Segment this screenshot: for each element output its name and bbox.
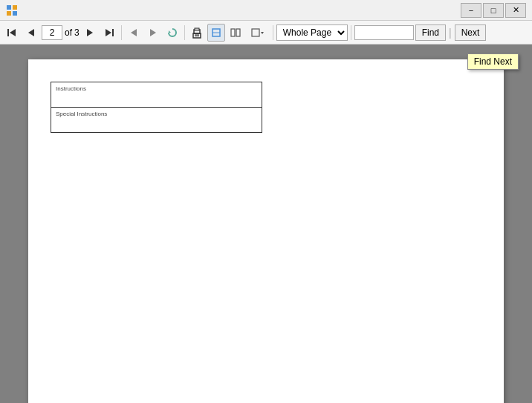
svg-marker-5 xyxy=(10,29,16,36)
svg-marker-11 xyxy=(150,29,156,36)
title-bar: − □ ✕ xyxy=(0,0,532,21)
page-navigation: 2 of 3 xyxy=(42,25,80,40)
special-instructions-value xyxy=(56,119,257,129)
find-next-tooltip: Find Next xyxy=(467,53,519,70)
svg-rect-20 xyxy=(231,29,235,36)
next-page-button[interactable] xyxy=(81,24,99,42)
app-icon xyxy=(6,4,18,16)
svg-rect-22 xyxy=(252,29,259,36)
close-button[interactable]: ✕ xyxy=(505,3,526,18)
back-button[interactable] xyxy=(125,24,143,42)
print-button[interactable] xyxy=(188,24,206,42)
forward-button[interactable] xyxy=(144,24,162,42)
find-divider: | xyxy=(449,27,452,39)
minimize-button[interactable]: − xyxy=(461,3,481,18)
find-input[interactable] xyxy=(354,25,414,40)
svg-marker-23 xyxy=(261,32,264,34)
separator-4 xyxy=(351,25,351,40)
find-button[interactable]: Find xyxy=(415,24,446,41)
separator-1 xyxy=(121,25,122,40)
last-page-button[interactable] xyxy=(100,24,118,42)
maximize-button[interactable]: □ xyxy=(483,3,504,18)
document-form: Instructions Special Instructions xyxy=(51,82,262,133)
svg-rect-2 xyxy=(7,11,11,16)
prev-page-button[interactable] xyxy=(22,24,40,42)
svg-rect-3 xyxy=(13,11,17,16)
refresh-button[interactable] xyxy=(163,24,181,42)
main-content: Find Next Instructions Special Instructi… xyxy=(0,45,532,403)
svg-rect-0 xyxy=(7,5,11,10)
find-next-toolbar-button[interactable]: Next xyxy=(455,24,487,41)
instructions-field: Instructions xyxy=(51,82,262,108)
svg-marker-6 xyxy=(28,29,34,36)
special-instructions-field: Special Instructions xyxy=(51,108,262,132)
separator-2 xyxy=(184,25,185,40)
svg-rect-1 xyxy=(13,5,17,10)
separator-3 xyxy=(273,25,273,40)
document-page: Instructions Special Instructions xyxy=(28,59,504,403)
view-book-button[interactable] xyxy=(227,24,244,42)
tools-button[interactable] xyxy=(246,24,270,42)
svg-marker-12 xyxy=(169,30,171,33)
window-controls: − □ ✕ xyxy=(461,3,526,18)
svg-marker-7 xyxy=(87,29,93,36)
svg-rect-21 xyxy=(236,29,240,36)
view-normal-button[interactable] xyxy=(207,24,225,42)
toolbar: 2 of 3 xyxy=(0,21,532,45)
svg-marker-10 xyxy=(131,29,137,36)
svg-marker-9 xyxy=(106,29,111,36)
page-of-label: of xyxy=(65,27,72,38)
instructions-label: Instructions xyxy=(56,85,257,92)
zoom-select[interactable]: Whole Page 50% 75% 100% 150% xyxy=(276,24,348,41)
page-number-input[interactable]: 2 xyxy=(42,25,62,40)
first-page-button[interactable] xyxy=(3,24,21,42)
page-total-label: 3 xyxy=(74,27,80,38)
instructions-value xyxy=(56,94,257,104)
svg-rect-15 xyxy=(195,28,199,30)
special-instructions-label: Special Instructions xyxy=(56,111,257,117)
form-field-group: Instructions Special Instructions xyxy=(51,82,262,133)
